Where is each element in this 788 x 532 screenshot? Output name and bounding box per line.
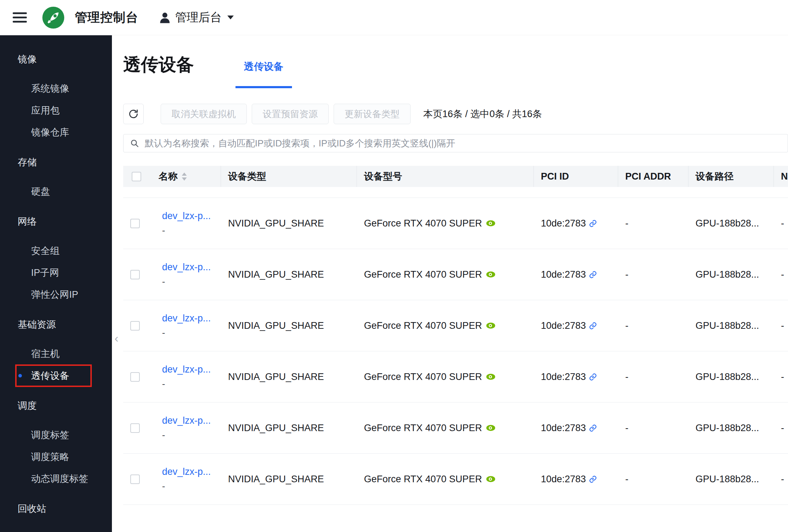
pci-id-cell: 10de:2783 [534, 351, 618, 402]
sidebar-item-label: 硬盘 [31, 186, 50, 197]
tab-label: 透传设备 [244, 61, 283, 72]
sidebar-item-label: 系统镜像 [31, 83, 69, 94]
sidebar-section-0[interactable]: 镜像 [0, 48, 112, 71]
sidebar-item-2-1[interactable]: IP子网 [0, 262, 112, 284]
numa-cell: - [774, 454, 788, 504]
device-name-sub: - [162, 225, 165, 236]
admin-user-icon [159, 11, 171, 24]
device-model-text: GeForce RTX 4070 SUPER [364, 423, 482, 434]
device-name-cell: dev_lzx-p...- [155, 249, 221, 300]
toolbar-button-1[interactable]: 设置预留资源 [252, 104, 329, 124]
col-name[interactable]: 名称 [155, 166, 221, 187]
hamburger-icon[interactable] [13, 12, 27, 23]
device-name-link[interactable]: dev_lzx-p... [162, 415, 211, 426]
sidebar-item-4-1[interactable]: 调度策略 [0, 446, 112, 468]
pci-addr-cell: - [618, 454, 688, 504]
row-checkbox-cell [123, 351, 155, 402]
device-type-cell: NVIDIA_GPU_SHARE [221, 249, 357, 300]
row-checkbox[interactable] [130, 372, 140, 382]
toolbar: 取消关联虚拟机设置预留资源更新设备类型 本页16条 / 选中0条 / 共16条 [123, 104, 788, 124]
row-checkbox-cell [123, 198, 155, 249]
nvidia-logo-icon [486, 476, 495, 482]
device-name-sub: - [162, 276, 165, 287]
sidebar-item-3-0[interactable]: 宿主机 [0, 343, 112, 365]
sidebar-item-0-2[interactable]: 镜像仓库 [0, 121, 112, 143]
sidebar-section-2[interactable]: 网络 [0, 210, 112, 233]
device-name-link[interactable]: dev_lzx-p... [162, 466, 211, 477]
sidebar-item-0-1[interactable]: 应用包 [0, 99, 112, 121]
device-name-cell: dev_lzx-p...- [155, 351, 221, 402]
row-checkbox[interactable] [130, 270, 140, 279]
row-checkbox[interactable] [130, 321, 140, 331]
row-checkbox-cell [123, 403, 155, 453]
device-model-cell: GeForce RTX 4070 SUPER [357, 300, 534, 351]
device-model-cell: GeForce RTX 4070 SUPER [357, 454, 534, 504]
refresh-button[interactable] [123, 104, 144, 124]
sidebar-section-4[interactable]: 调度 [0, 394, 112, 417]
numa-cell: - [774, 198, 788, 249]
sidebar-item-label: IP子网 [31, 267, 59, 278]
select-all-checkbox[interactable] [132, 172, 141, 181]
search-icon [130, 139, 139, 148]
sidebar-item-2-0[interactable]: 安全组 [0, 240, 112, 262]
sidebar-item-label: 宿主机 [31, 349, 60, 359]
caret-down-icon[interactable] [227, 16, 234, 19]
pci-addr-cell: - [618, 351, 688, 402]
numa-cell: - [774, 403, 788, 453]
device-type-cell: NVIDIA_GPU_SHARE [221, 351, 357, 402]
tab-passthrough-devices[interactable]: 透传设备 [235, 60, 292, 73]
row-checkbox[interactable] [130, 423, 140, 433]
device-path-cell: GPU-188b28... [688, 249, 774, 300]
sidebar-item-label: 动态调度标签 [31, 473, 88, 484]
device-name-sub: - [162, 430, 165, 441]
pci-id-text: 10de:2783 [541, 474, 586, 485]
link-icon[interactable] [589, 322, 597, 330]
toolbar-button-2[interactable]: 更新设备类型 [334, 104, 411, 124]
row-checkbox[interactable] [130, 219, 140, 228]
sidebar-section-5[interactable]: 回收站 [0, 497, 112, 520]
page-summary: 本页16条 / 选中0条 / 共16条 [423, 108, 542, 120]
row-spacer [123, 187, 788, 198]
device-name-link[interactable]: dev_lzx-p... [162, 211, 211, 222]
sidebar-item-4-0[interactable]: 调度标签 [0, 424, 112, 446]
sidebar-item-2-2[interactable]: 弹性公网IP [0, 284, 112, 306]
sidebar-item-label: 镜像仓库 [31, 127, 69, 138]
sidebar-item-4-2[interactable]: 动态调度标签 [0, 468, 112, 490]
collapse-sidebar-icon[interactable]: ‹ [112, 328, 121, 348]
link-icon[interactable] [589, 271, 597, 279]
sidebar-item-3-1[interactable]: 透传设备 [0, 365, 112, 387]
device-name-link[interactable]: dev_lzx-p... [162, 313, 211, 324]
link-icon[interactable] [589, 219, 597, 228]
table-row: dev_lzx-p...-NVIDIA_GPU_SHAREGeForce RTX… [123, 198, 788, 249]
workspace-switcher[interactable]: 管理后台 [175, 10, 222, 25]
sidebar-item-1-0[interactable]: 硬盘 [0, 181, 112, 202]
device-path-cell: GPU-188b28... [688, 403, 774, 453]
tab-underline [235, 86, 292, 88]
pci-addr-cell: - [618, 249, 688, 300]
sidebar-section-1[interactable]: 存储 [0, 151, 112, 174]
search-input[interactable] [144, 138, 788, 149]
row-checkbox[interactable] [130, 474, 140, 484]
pci-addr-cell: - [618, 300, 688, 351]
sidebar-item-0-0[interactable]: 系统镜像 [0, 78, 112, 99]
sort-icon[interactable] [182, 173, 187, 181]
link-icon[interactable] [589, 424, 597, 432]
sidebar-item-label: 应用包 [31, 105, 60, 116]
row-checkbox-cell [123, 300, 155, 351]
link-icon[interactable] [589, 373, 597, 381]
table-row: dev_lzx-p...-NVIDIA_GPU_SHAREGeForce RTX… [123, 300, 788, 351]
pci-id-cell: 10de:2783 [534, 300, 618, 351]
pci-id-text: 10de:2783 [541, 320, 586, 331]
device-name-link[interactable]: dev_lzx-p... [162, 364, 211, 375]
rocket-logo-icon [42, 7, 64, 29]
sidebar-section-3[interactable]: 基础资源 [0, 313, 112, 336]
search-bar [123, 134, 788, 152]
device-name-link[interactable]: dev_lzx-p... [162, 262, 211, 273]
toolbar-buttons: 取消关联虚拟机设置预留资源更新设备类型 [144, 104, 411, 124]
active-dot-icon [18, 374, 22, 377]
numa-cell: - [774, 300, 788, 351]
pci-id-text: 10de:2783 [541, 423, 586, 434]
link-icon[interactable] [589, 475, 597, 483]
device-model-text: GeForce RTX 4070 SUPER [364, 320, 482, 331]
toolbar-button-0[interactable]: 取消关联虚拟机 [161, 104, 247, 124]
